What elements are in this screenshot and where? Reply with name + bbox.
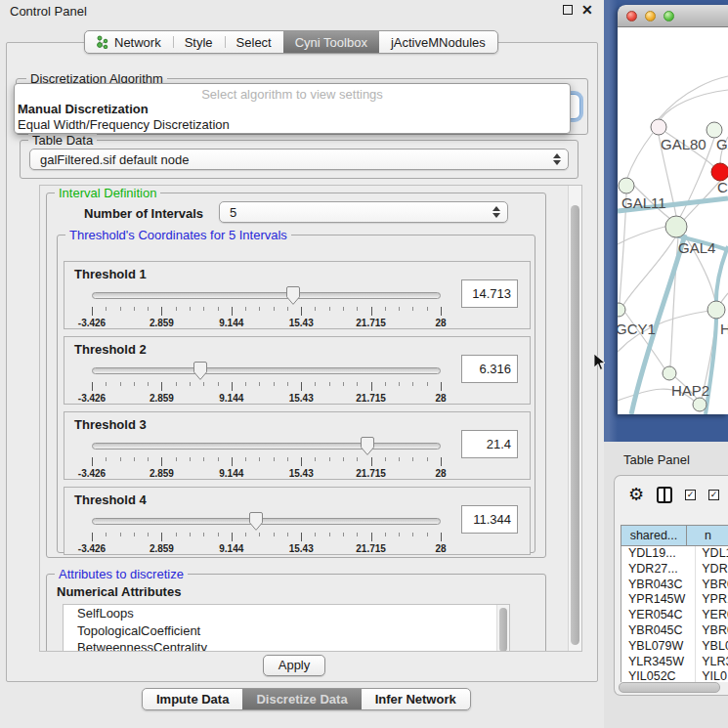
slider-track[interactable]: [92, 367, 441, 374]
tick-label: 21.715: [356, 393, 386, 404]
gear-icon[interactable]: ⚙: [628, 486, 644, 503]
list-item[interactable]: SelfLoops: [64, 605, 509, 622]
slider-handle[interactable]: [361, 437, 374, 455]
slider-track[interactable]: [92, 292, 441, 299]
node-gal4[interactable]: [665, 216, 687, 237]
threshold-2-value-field[interactable]: 6.316: [461, 355, 518, 383]
threshold-1-value-field[interactable]: 14.713: [461, 279, 518, 308]
stepper-icon: [553, 153, 561, 165]
node-label: GAL4: [678, 239, 715, 256]
table-row[interactable]: YDL19...YDL1: [621, 546, 728, 562]
settings-scrollbar[interactable]: [568, 186, 581, 651]
network-canvas[interactable]: GAL80 GA C GAL11 GAL4 GCY1 H HAP2: [618, 27, 728, 414]
checkbox-icon[interactable]: ✓: [708, 490, 719, 500]
table-data-combobox[interactable]: galFiltered.sif default node: [29, 149, 569, 170]
minimize-traffic-light-icon[interactable]: [645, 11, 656, 21]
tick-label: -3.426: [78, 543, 106, 554]
group-title: Table Data: [28, 133, 97, 148]
list-scrollbar[interactable]: [496, 605, 509, 652]
table-horizontal-scrollbar[interactable]: [619, 682, 724, 693]
tick-label: -3.426: [78, 468, 106, 479]
threshold-4-value-field[interactable]: 11.344: [461, 505, 518, 534]
node-bottom[interactable]: [693, 398, 707, 411]
table-row[interactable]: YBL079WYBL0: [621, 639, 728, 655]
table-row[interactable]: YPR145WYPR1: [621, 592, 728, 608]
threshold-2-slider[interactable]: -3.4262.8599.14415.4321.71528: [92, 364, 441, 404]
node-h[interactable]: [707, 301, 725, 319]
column-header-shared[interactable]: shared...: [621, 525, 687, 546]
network-graph: GAL80 GA C GAL11 GAL4 GCY1 H HAP2: [618, 27, 728, 414]
slider-handle[interactable]: [286, 286, 300, 305]
network-view-window: GAL80 GA C GAL11 GAL4 GCY1 H HAP2: [618, 5, 728, 414]
node-gal80[interactable]: [651, 119, 666, 135]
tab-impute-data[interactable]: Impute Data: [143, 689, 242, 709]
tick-label: 21.715: [356, 318, 386, 328]
dropdown-option-equal-width[interactable]: Equal Width/Frequency Discretization: [15, 117, 570, 133]
window-title: Control Panel: [10, 4, 87, 19]
node-gal11[interactable]: [619, 178, 634, 193]
threshold-4-panel: Threshold 4 -3.4262.8599.14415.4321.7152…: [64, 487, 531, 555]
node-table: shared... n YDL19...YDL1 YDR27...YDR2 YB…: [621, 525, 728, 682]
tab-network[interactable]: Network: [85, 31, 173, 53]
control-panel-window: Control Panel ✕ Network Style Select Cyn…: [0, 0, 604, 728]
tab-cyni-toolbox[interactable]: Cyni Toolbox: [283, 31, 379, 53]
tab-select[interactable]: Select: [225, 31, 283, 53]
slider-handle[interactable]: [193, 362, 207, 380]
tick-label: 15.43: [289, 543, 314, 554]
thresholds-group: Threshold's Coordinates for 5 Intervals …: [57, 235, 535, 553]
threshold-1-panel: Threshold 1 -3.4262.8599.14415.4321.7152…: [64, 261, 531, 329]
close-traffic-light-icon[interactable]: [626, 11, 637, 21]
network-icon: [97, 35, 109, 49]
table-row[interactable]: YBR045CYBR0: [621, 623, 728, 639]
table-panel: Table Panel ⚙ ✓ ✓ shared... n YDL19...YD…: [604, 442, 728, 728]
tick-label: 2.859: [150, 393, 174, 404]
node-label: H: [720, 321, 728, 337]
node-label: GAL80: [661, 136, 707, 152]
split-columns-icon[interactable]: [657, 487, 672, 503]
table-row[interactable]: YLR345WYLR3: [621, 655, 728, 670]
numerical-attributes-label: Numerical Attributes: [57, 584, 181, 599]
slider-handle[interactable]: [249, 512, 263, 531]
node-gcy1[interactable]: [618, 303, 625, 317]
table-row[interactable]: YIL052CYIL0: [621, 669, 728, 682]
node-label: HAP2: [671, 382, 709, 399]
tick-label: 9.144: [219, 468, 243, 479]
tick-label: 15.43: [289, 318, 314, 328]
tab-infer-network[interactable]: Infer Network: [362, 689, 470, 709]
combobox-value: galFiltered.sif default node: [40, 152, 189, 167]
threshold-1-slider[interactable]: -3.4262.8599.14415.4321.71528: [92, 289, 441, 328]
zoom-traffic-light-icon[interactable]: [664, 11, 674, 21]
tab-label: Network: [114, 35, 161, 50]
slider-track[interactable]: [92, 443, 441, 450]
threshold-4-slider[interactable]: -3.4262.8599.14415.4321.71528: [92, 515, 441, 554]
algorithm-dropdown-popup: Select algorithm to view settings Manual…: [14, 83, 571, 134]
column-header-name[interactable]: n: [687, 525, 728, 546]
list-item[interactable]: BetweennessCentrality: [64, 639, 509, 652]
table-row[interactable]: YBR043CYBR0: [621, 578, 728, 593]
table-browser: ⚙ ✓ ✓ shared... n YDL19...YDL1 YDR27...Y…: [614, 475, 728, 696]
threshold-3-value-field[interactable]: 21.4: [461, 430, 518, 458]
node-hap2[interactable]: [663, 366, 676, 380]
threshold-3-slider[interactable]: -3.4262.8599.14415.4321.71528: [92, 440, 441, 479]
tick-label: -3.426: [78, 393, 106, 404]
tab-discretize-data[interactable]: Discretize Data: [242, 689, 361, 709]
dropdown-option-manual[interactable]: Manual Discretization: [15, 102, 570, 117]
apply-button[interactable]: Apply: [263, 655, 325, 676]
list-item[interactable]: TopologicalCoefficient: [64, 622, 509, 640]
network-window-titlebar[interactable]: [618, 5, 728, 27]
mouse-cursor: [594, 354, 606, 371]
table-row[interactable]: YDR27...YDR2: [621, 562, 728, 578]
close-icon[interactable]: ✕: [581, 4, 593, 16]
tick-label: -3.426: [78, 318, 106, 328]
settings-scrollpane: Interval Definition Number of Intervals …: [39, 185, 582, 652]
number-of-intervals-combobox[interactable]: 5: [219, 201, 508, 223]
node-label: C: [717, 179, 728, 195]
tab-jactivemnodules[interactable]: jActiveMNodules: [379, 31, 497, 53]
node-label: GA: [716, 136, 728, 152]
checkbox-icon[interactable]: ✓: [685, 490, 696, 500]
tick-label: 9.144: [219, 318, 243, 328]
slider-track[interactable]: [92, 518, 441, 525]
float-window-icon[interactable]: [563, 5, 573, 15]
tab-style[interactable]: Style: [173, 31, 225, 53]
table-row[interactable]: YER054CYER0: [621, 608, 728, 623]
